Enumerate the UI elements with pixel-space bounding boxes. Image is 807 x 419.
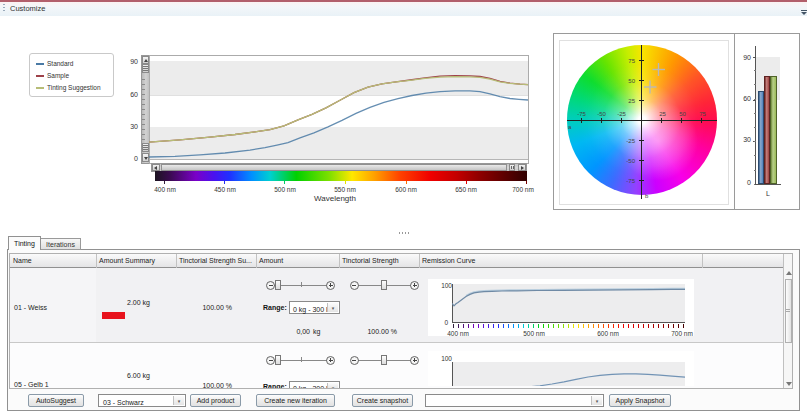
svg-text:a: a <box>568 124 572 130</box>
svg-text:b: b <box>645 193 649 199</box>
svg-text:50: 50 <box>628 78 635 84</box>
svg-text:25: 25 <box>628 98 635 104</box>
svg-text:-75: -75 <box>626 178 635 184</box>
svg-text:-25: -25 <box>626 138 635 144</box>
svg-text:25: 25 <box>659 111 666 117</box>
svg-text:75: 75 <box>628 58 635 64</box>
svg-text:75: 75 <box>699 111 706 117</box>
svg-text:50: 50 <box>679 111 686 117</box>
svg-text:-25: -25 <box>617 111 626 117</box>
svg-text:-50: -50 <box>626 158 635 164</box>
svg-text:-75: -75 <box>577 111 586 117</box>
svg-text:-50: -50 <box>597 111 606 117</box>
